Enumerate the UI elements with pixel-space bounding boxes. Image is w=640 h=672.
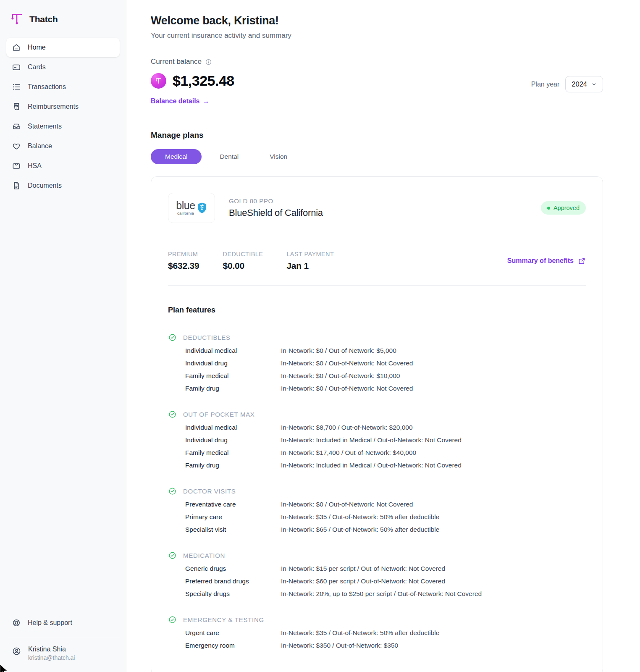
- feature-section-doctor-visits: DOCTOR VISITS Preventative careIn-Networ…: [168, 487, 586, 533]
- feature-value: In-Network: Included in Medical / Out-of…: [281, 462, 586, 469]
- receipt-icon: [12, 102, 21, 111]
- feature-row: Individual medicalIn-Network: $0 / Out-o…: [185, 347, 586, 354]
- feature-row: Family medicalIn-Network: $0 / Out-of-Ne…: [185, 372, 586, 380]
- feature-row: Emergency roomIn-Network: $350 / Out-of-…: [185, 642, 586, 649]
- summary-of-benefits-link[interactable]: Summary of benefits: [507, 257, 586, 265]
- plan-year-select[interactable]: 2024: [565, 76, 603, 92]
- sidebar-item-reimbursements[interactable]: Reimbursements: [6, 97, 120, 116]
- sidebar-item-label: HSA: [28, 162, 42, 170]
- feature-value: In-Network: $17,400 / Out-of-Network: $4…: [281, 449, 586, 457]
- sidebar-item-documents[interactable]: Documents: [6, 176, 120, 195]
- help-support-item[interactable]: Help & support: [6, 613, 120, 633]
- feature-value: In-Network: $0 / Out-of-Network: $5,000: [281, 347, 586, 354]
- external-link-icon: [578, 257, 586, 265]
- sidebar-item-label: Reimbursements: [28, 103, 79, 110]
- stat-deductible: DEDUCTIBLE $0.00: [223, 251, 263, 271]
- card-icon: [12, 63, 21, 72]
- stat-value: $632.39: [168, 261, 199, 271]
- document-icon: [12, 181, 21, 190]
- main-content: Welcome back, Kristina! Your current ins…: [126, 0, 640, 672]
- feature-value: In-Network: $8,700 / Out-of-Network: $20…: [281, 424, 586, 431]
- user-email: kristina@thatch.ai: [28, 654, 75, 661]
- feature-value: In-Network: $0 / Out-of-Network: Not Cov…: [281, 360, 586, 367]
- sidebar-item-label: Statements: [28, 123, 62, 130]
- feature-section-oop-max: OUT OF POCKET MAX Individual medicalIn-N…: [168, 410, 586, 469]
- feature-value: In-Network: $0 / Out-of-Network: Not Cov…: [281, 385, 586, 392]
- feature-row: Preventative careIn-Network: $0 / Out-of…: [185, 501, 586, 508]
- plan-card: blue california GOLD 80 PPO BlueShield o…: [151, 176, 603, 672]
- feature-value: In-Network: Included in Medical / Out-of…: [281, 436, 586, 444]
- feature-label: Individual medical: [185, 424, 281, 431]
- feature-row: Urgent careIn-Network: $35 / Out-of-Netw…: [185, 629, 586, 637]
- plan-type: GOLD 80 PPO: [229, 197, 323, 205]
- feature-row: Individual medicalIn-Network: $8,700 / O…: [185, 424, 586, 431]
- home-icon: [12, 43, 21, 52]
- stat-value: $0.00: [223, 261, 263, 271]
- feature-section-deductibles: DEDUCTIBLES Individual medicalIn-Network…: [168, 333, 586, 392]
- thatch-coin-icon: [151, 73, 166, 89]
- sidebar-item-transactions[interactable]: Transactions: [6, 77, 120, 97]
- list-icon: [12, 82, 21, 92]
- stat-last-payment: LAST PAYMENT Jan 1: [286, 251, 334, 271]
- plan-year-control: Plan year 2024: [531, 76, 603, 92]
- sidebar-divider: [7, 637, 119, 637]
- feature-value: In-Network: $350 / Out-of-Network: $350: [281, 642, 586, 649]
- feature-label: Specialist visit: [185, 526, 281, 533]
- sidebar-item-balance[interactable]: Balance: [6, 136, 120, 156]
- help-support-label: Help & support: [28, 619, 72, 627]
- stat-label: LAST PAYMENT: [286, 251, 334, 257]
- feature-label: Preferred brand drugs: [185, 578, 281, 585]
- sidebar: Thatch Home Cards Transactions: [0, 0, 126, 672]
- stat-premium: PREMIUM $632.39: [168, 251, 199, 271]
- page-subtitle: Your current insurance activity and summ…: [151, 32, 603, 40]
- feature-section-title: DEDUCTIBLES: [183, 334, 231, 341]
- feature-label: Specialty drugs: [185, 590, 281, 598]
- feature-row: Specialist visitIn-Network: $65 / Out-of…: [185, 526, 586, 533]
- feature-label: Family medical: [185, 372, 281, 380]
- plan-identity: GOLD 80 PPO BlueShield of California: [229, 197, 323, 218]
- check-circle-icon: [168, 615, 177, 624]
- sidebar-item-label: Transactions: [28, 83, 66, 91]
- wallet-icon: [12, 161, 21, 171]
- feature-section-emergency-testing: EMERGENCY & TESTING Urgent careIn-Networ…: [168, 615, 586, 649]
- feature-row: Individual drugIn-Network: $0 / Out-of-N…: [185, 360, 586, 367]
- balance-amount: $1,325.48: [173, 73, 234, 89]
- lifebuoy-icon: [12, 618, 21, 627]
- feature-label: Primary care: [185, 513, 281, 521]
- tab-medical[interactable]: Medical: [151, 149, 202, 164]
- plan-features-title: Plan features: [168, 306, 586, 315]
- feature-label: Family drug: [185, 462, 281, 469]
- info-icon[interactable]: [205, 58, 212, 66]
- sidebar-item-home[interactable]: Home: [6, 38, 120, 57]
- user-info: Kristina Shia kristina@thatch.ai: [28, 646, 75, 661]
- tab-vision[interactable]: Vision: [257, 149, 300, 164]
- plan-tabs: Medical Dental Vision: [151, 149, 603, 164]
- blueshield-icon: [197, 202, 207, 214]
- sidebar-item-label: Home: [28, 44, 46, 51]
- sidebar-item-cards[interactable]: Cards: [6, 58, 120, 77]
- manage-plans-title: Manage plans: [151, 131, 603, 140]
- feature-label: Urgent care: [185, 629, 281, 637]
- user-name: Kristina Shia: [28, 646, 75, 653]
- feature-value: In-Network: 20%, up to $250 per script /…: [281, 590, 586, 598]
- feature-row: Family drugIn-Network: $0 / Out-of-Netwo…: [185, 385, 586, 392]
- feature-value: In-Network: $0 / Out-of-Network: Not Cov…: [281, 501, 586, 508]
- feature-section-title: DOCTOR VISITS: [183, 488, 236, 495]
- heart-icon: [12, 142, 21, 151]
- sidebar-item-statements[interactable]: Statements: [6, 117, 120, 136]
- feature-value: In-Network: $35 / Out-of-Network: 50% af…: [281, 513, 586, 521]
- app-window: Thatch Home Cards Transactions: [0, 0, 640, 672]
- tab-dental[interactable]: Dental: [207, 149, 252, 164]
- sidebar-item-label: Cards: [28, 63, 46, 71]
- stat-value: Jan 1: [286, 261, 334, 271]
- balance-details-link[interactable]: Balance details→: [151, 97, 210, 105]
- feature-value: In-Network: $0 / Out-of-Network: $10,000: [281, 372, 586, 380]
- section-divider: [151, 117, 603, 117]
- sidebar-item-hsa[interactable]: HSA: [6, 156, 120, 176]
- feature-section-title: EMERGENCY & TESTING: [183, 616, 264, 623]
- app-name: Thatch: [29, 14, 58, 24]
- user-profile[interactable]: Kristina Shia kristina@thatch.ai: [6, 641, 120, 663]
- thatch-logo-icon: [10, 13, 24, 26]
- feature-label: Individual drug: [185, 436, 281, 444]
- feature-value: In-Network: $15 per script / Out-of-Netw…: [281, 565, 586, 572]
